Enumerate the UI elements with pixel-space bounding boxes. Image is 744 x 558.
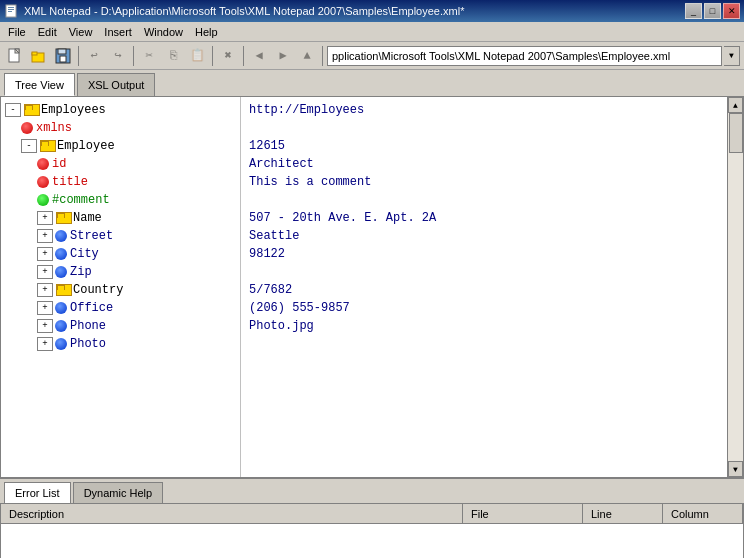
- value-zip: 98122: [249, 247, 285, 261]
- value-comment: This is a comment: [249, 175, 371, 189]
- scroll-up-btn[interactable]: ▲: [728, 97, 743, 113]
- expand-country[interactable]: +: [37, 283, 53, 297]
- path-value: pplication\Microsoft Tools\XML Notepad 2…: [332, 50, 670, 62]
- value-row-office[interactable]: 5/7682: [241, 281, 727, 299]
- tree-node-id[interactable]: id: [1, 155, 240, 173]
- value-id: 12615: [249, 139, 285, 153]
- save-button[interactable]: [52, 45, 74, 67]
- tab-dynamic-help[interactable]: Dynamic Help: [73, 482, 163, 503]
- maximize-button[interactable]: □: [704, 3, 721, 19]
- value-row-title[interactable]: Architect: [241, 155, 727, 173]
- value-row-phone[interactable]: (206) 555-9857: [241, 299, 727, 317]
- tree-node-country[interactable]: + Country: [1, 281, 240, 299]
- value-row-photo[interactable]: Photo.jpg: [241, 317, 727, 335]
- tree-node-photo[interactable]: + Photo: [1, 335, 240, 353]
- cut-button[interactable]: ✂: [138, 45, 160, 67]
- expand-name[interactable]: +: [37, 211, 53, 225]
- node-label-name: Name: [73, 211, 102, 225]
- folder-icon-employees: [23, 103, 39, 117]
- tab-xsl-output[interactable]: XSL Output: [77, 73, 155, 96]
- svg-rect-11: [60, 56, 66, 62]
- node-label-id: id: [52, 157, 66, 171]
- menu-bar: File Edit View Insert Window Help: [0, 22, 744, 42]
- toolbar-sep-4: [243, 46, 244, 66]
- vertical-scrollbar[interactable]: ▲ ▼: [727, 97, 743, 477]
- nav-fwd-button[interactable]: ▶: [272, 45, 294, 67]
- node-label-employee: Employee: [57, 139, 115, 153]
- expand-phone[interactable]: +: [37, 319, 53, 333]
- new-button[interactable]: [4, 45, 26, 67]
- tree-node-employee[interactable]: - Employee: [1, 137, 240, 155]
- menu-insert[interactable]: Insert: [98, 24, 138, 40]
- value-row-xmlns[interactable]: http://Employees: [241, 101, 727, 119]
- expand-office[interactable]: +: [37, 301, 53, 315]
- value-row-zip[interactable]: 98122: [241, 245, 727, 263]
- tree-node-comment[interactable]: #comment: [1, 191, 240, 209]
- bottom-content: Description File Line Column: [0, 503, 744, 558]
- menu-file[interactable]: File: [2, 24, 32, 40]
- expand-zip[interactable]: +: [37, 265, 53, 279]
- tab-tree-view[interactable]: Tree View: [4, 73, 75, 96]
- node-label-country: Country: [73, 283, 123, 297]
- undo-button[interactable]: ↩: [83, 45, 105, 67]
- tree-node-street[interactable]: + Street: [1, 227, 240, 245]
- minimize-button[interactable]: _: [685, 3, 702, 19]
- svg-rect-1: [8, 7, 14, 8]
- icon-comment: [37, 194, 49, 206]
- expand-employee[interactable]: -: [21, 139, 37, 153]
- scroll-down-btn[interactable]: ▼: [728, 461, 743, 477]
- line-col-header: Line: [583, 504, 663, 523]
- value-phone: (206) 555-9857: [249, 301, 350, 315]
- title-bar: XML Notepad - D:\Application\Microsoft T…: [0, 0, 744, 22]
- node-label-photo: Photo: [70, 337, 106, 351]
- icon-phone: [55, 320, 67, 332]
- tree-node-phone[interactable]: + Phone: [1, 317, 240, 335]
- expand-employees[interactable]: -: [5, 103, 21, 117]
- close-button[interactable]: ✕: [723, 3, 740, 19]
- path-dropdown[interactable]: ▼: [724, 46, 740, 66]
- tree-node-name[interactable]: + Name: [1, 209, 240, 227]
- value-row-street[interactable]: 507 - 20th Ave. E. Apt. 2A: [241, 209, 727, 227]
- tree-node-office[interactable]: + Office: [1, 299, 240, 317]
- tree-node-title[interactable]: title: [1, 173, 240, 191]
- value-row-city[interactable]: Seattle: [241, 227, 727, 245]
- toolbar-sep-5: [322, 46, 323, 66]
- path-input[interactable]: pplication\Microsoft Tools\XML Notepad 2…: [327, 46, 722, 66]
- paste-button[interactable]: 📋: [186, 45, 208, 67]
- value-row-comment[interactable]: This is a comment: [241, 173, 727, 191]
- value-row-country-empty: [241, 263, 727, 281]
- icon-title: [37, 176, 49, 188]
- menu-view[interactable]: View: [63, 24, 99, 40]
- svg-rect-8: [32, 52, 37, 55]
- bottom-panel: Error List Dynamic Help Description File…: [0, 478, 744, 558]
- nav-back-button[interactable]: ◀: [248, 45, 270, 67]
- menu-edit[interactable]: Edit: [32, 24, 63, 40]
- expand-photo[interactable]: +: [37, 337, 53, 351]
- tree-node-city[interactable]: + City: [1, 245, 240, 263]
- copy-button[interactable]: ⎘: [162, 45, 184, 67]
- tree-node-employees[interactable]: - Employees: [1, 101, 240, 119]
- tree-node-xmlns[interactable]: xmlns: [1, 119, 240, 137]
- node-label-employees: Employees: [41, 103, 106, 117]
- icon-xmlns: [21, 122, 33, 134]
- menu-help[interactable]: Help: [189, 24, 224, 40]
- values-panel[interactable]: http://Employees 12615 Architect This is…: [241, 97, 727, 477]
- tree-node-zip[interactable]: + Zip: [1, 263, 240, 281]
- value-title: Architect: [249, 157, 314, 171]
- node-label-phone: Phone: [70, 319, 106, 333]
- expand-street[interactable]: +: [37, 229, 53, 243]
- value-row-id[interactable]: 12615: [241, 137, 727, 155]
- scroll-thumb[interactable]: [729, 113, 743, 153]
- tab-error-list[interactable]: Error List: [4, 482, 71, 503]
- redo-button[interactable]: ↪: [107, 45, 129, 67]
- nav-up-button[interactable]: ▲: [296, 45, 318, 67]
- svg-rect-3: [8, 11, 12, 12]
- menu-window[interactable]: Window: [138, 24, 189, 40]
- open-button[interactable]: [28, 45, 50, 67]
- delete-button[interactable]: ✖: [217, 45, 239, 67]
- expand-city[interactable]: +: [37, 247, 53, 261]
- tree-panel[interactable]: - Employees xmlns - Employee id title: [1, 97, 241, 477]
- toolbar: ↩ ↪ ✂ ⎘ 📋 ✖ ◀ ▶ ▲ pplication\Microsoft T…: [0, 42, 744, 70]
- scroll-track[interactable]: [728, 113, 743, 461]
- tab-bar: Tree View XSL Output: [0, 70, 744, 96]
